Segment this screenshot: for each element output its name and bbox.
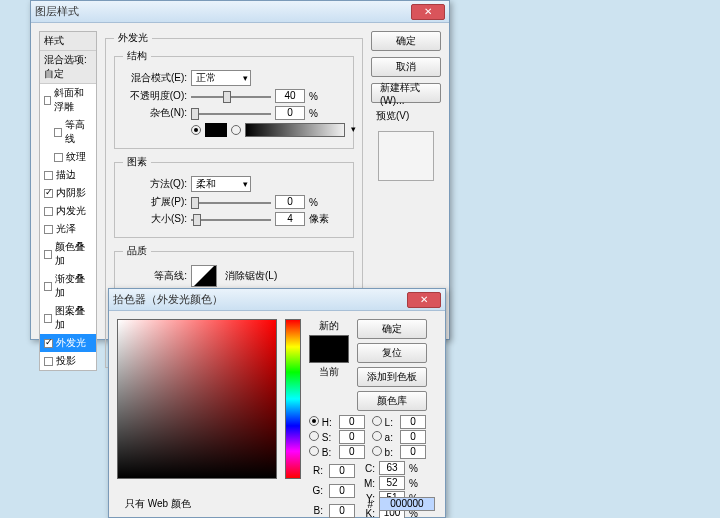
style-item-6[interactable]: 光泽 [40, 220, 96, 238]
group-structure-title: 结构 [123, 49, 151, 63]
preview-box [378, 131, 434, 181]
style-item-label: 图案叠加 [55, 304, 92, 332]
s-radio[interactable] [309, 431, 319, 441]
style-item-label: 斜面和浮雕 [54, 86, 92, 114]
style-item-check[interactable] [44, 250, 52, 259]
style-item-4[interactable]: 内阴影 [40, 184, 96, 202]
style-item-check[interactable] [44, 314, 52, 323]
style-item-check[interactable] [44, 171, 53, 180]
antialias-label: 消除锯齿(L) [225, 269, 277, 283]
style-item-check[interactable] [44, 339, 53, 348]
contour-picker[interactable] [191, 265, 217, 287]
spread-slider[interactable] [191, 196, 271, 208]
size-value[interactable]: 4 [275, 212, 305, 226]
hue-slider[interactable] [285, 319, 301, 479]
style-item-check[interactable] [44, 282, 52, 291]
style-item-8[interactable]: 渐变叠加 [40, 270, 96, 302]
b-radio[interactable] [309, 446, 319, 456]
ok-button[interactable]: 确定 [371, 31, 441, 51]
blend-mode-label: 混合模式(E): [123, 71, 187, 85]
style-item-check[interactable] [54, 128, 62, 137]
style-item-label: 内发光 [56, 204, 86, 218]
style-item-label: 颜色叠加 [55, 240, 92, 268]
style-item-label: 等高线 [65, 118, 92, 146]
cp-libraries-button[interactable]: 颜色库 [357, 391, 427, 411]
style-item-label: 外发光 [56, 336, 86, 350]
hex-field[interactable]: 000000 [379, 497, 435, 511]
style-item-label: 纹理 [66, 150, 86, 164]
new-current-swatch[interactable] [309, 335, 349, 363]
style-item-label: 内阴影 [56, 186, 86, 200]
l-field[interactable]: 0 [400, 415, 426, 429]
layer-style-titlebar[interactable]: 图层样式 ✕ [31, 1, 449, 23]
size-unit: 像素 [309, 212, 329, 226]
size-label: 大小(S): [123, 212, 187, 226]
h-field[interactable]: 0 [339, 415, 365, 429]
cancel-button[interactable]: 取消 [371, 57, 441, 77]
gradient-radio[interactable] [231, 125, 241, 135]
a-field[interactable]: 0 [400, 430, 426, 444]
noise-slider[interactable] [191, 107, 271, 119]
a-radio[interactable] [372, 431, 382, 441]
color-radio[interactable] [191, 125, 201, 135]
noise-label: 杂色(N): [123, 106, 187, 120]
size-slider[interactable] [191, 213, 271, 225]
color-picker-titlebar[interactable]: 拾色器（外发光颜色） ✕ [109, 289, 445, 311]
pct-unit: % [309, 108, 318, 119]
r-field[interactable]: 0 [329, 464, 355, 478]
style-item-7[interactable]: 颜色叠加 [40, 238, 96, 270]
opacity-value[interactable]: 40 [275, 89, 305, 103]
close-icon[interactable]: ✕ [411, 4, 445, 20]
spread-label: 扩展(P): [123, 195, 187, 209]
c-field[interactable]: 63 [379, 461, 405, 475]
gradient-swatch[interactable] [245, 123, 345, 137]
style-item-check[interactable] [54, 153, 63, 162]
lab-b-radio[interactable] [372, 446, 382, 456]
lab-b-field[interactable]: 0 [400, 445, 426, 459]
style-item-2[interactable]: 纹理 [40, 148, 96, 166]
opacity-slider[interactable] [191, 90, 271, 102]
new-color-label: 新的 [319, 319, 339, 333]
noise-value[interactable]: 0 [275, 106, 305, 120]
cp-cancel-button[interactable]: 复位 [357, 343, 427, 363]
new-style-button[interactable]: 新建样式(W)... [371, 83, 441, 103]
blend-mode-combo[interactable]: 正常 [191, 70, 251, 86]
s-field[interactable]: 0 [339, 430, 365, 444]
cp-addswatch-button[interactable]: 添加到色板 [357, 367, 427, 387]
style-item-check[interactable] [44, 96, 51, 105]
technique-label: 方法(Q): [123, 177, 187, 191]
hex-label: # [367, 499, 373, 510]
saturation-field[interactable] [117, 319, 277, 479]
contour-label: 等高线: [123, 269, 187, 283]
h-radio[interactable] [309, 416, 319, 426]
style-item-5[interactable]: 内发光 [40, 202, 96, 220]
blending-header[interactable]: 混合选项:自定 [40, 51, 96, 84]
style-item-check[interactable] [44, 357, 53, 366]
style-item-10[interactable]: 外发光 [40, 334, 96, 352]
spread-value[interactable]: 0 [275, 195, 305, 209]
g-field[interactable]: 0 [329, 484, 355, 498]
style-item-1[interactable]: 等高线 [40, 116, 96, 148]
panel-title: 外发光 [114, 31, 152, 45]
style-item-label: 投影 [56, 354, 76, 368]
style-item-3[interactable]: 描边 [40, 166, 96, 184]
cp-ok-button[interactable]: 确定 [357, 319, 427, 339]
style-item-9[interactable]: 图案叠加 [40, 302, 96, 334]
opacity-label: 不透明度(O): [123, 89, 187, 103]
br-field[interactable]: 0 [339, 445, 365, 459]
color-swatch[interactable] [205, 123, 227, 137]
styles-sidebar: 样式 混合选项:自定 斜面和浮雕等高线纹理描边内阴影内发光光泽颜色叠加渐变叠加图… [39, 31, 97, 374]
style-item-label: 光泽 [56, 222, 76, 236]
current-color-label: 当前 [319, 365, 339, 379]
preview-label: 预览(V) [376, 109, 409, 123]
technique-combo[interactable]: 柔和 [191, 176, 251, 192]
style-item-check[interactable] [44, 189, 53, 198]
style-item-0[interactable]: 斜面和浮雕 [40, 84, 96, 116]
style-item-check[interactable] [44, 225, 53, 234]
close-icon[interactable]: ✕ [407, 292, 441, 308]
group-elements-title: 图素 [123, 155, 151, 169]
style-item-11[interactable]: 投影 [40, 352, 96, 370]
m-field[interactable]: 52 [379, 476, 405, 490]
l-radio[interactable] [372, 416, 382, 426]
style-item-check[interactable] [44, 207, 53, 216]
